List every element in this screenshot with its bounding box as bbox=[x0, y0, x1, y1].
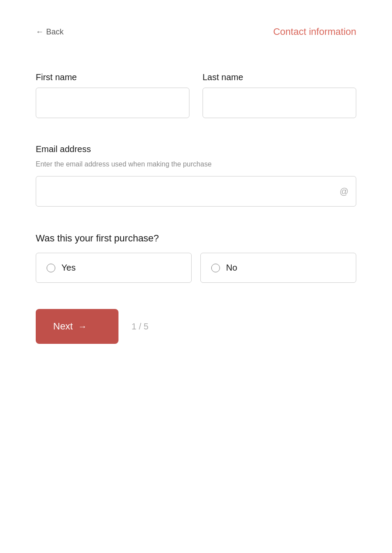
back-arrow-icon: ← bbox=[36, 27, 44, 37]
next-arrow-icon: → bbox=[78, 322, 87, 332]
last-name-label: Last name bbox=[203, 72, 356, 82]
header: ← Back Contact information bbox=[36, 26, 356, 37]
first-name-group: First name bbox=[36, 72, 189, 118]
at-sign-icon: @ bbox=[340, 187, 348, 197]
first-name-input[interactable] bbox=[36, 88, 189, 118]
page-title: Contact information bbox=[273, 26, 356, 37]
email-section: Email address Enter the email address us… bbox=[36, 144, 356, 207]
last-name-input[interactable] bbox=[203, 88, 356, 118]
page-indicator: 1 / 5 bbox=[132, 322, 149, 332]
radio-no-input[interactable] bbox=[211, 264, 220, 272]
email-group: Email address Enter the email address us… bbox=[36, 144, 356, 207]
email-field-wrapper: @ bbox=[36, 176, 356, 207]
first-purchase-section: Was this your first purchase? Yes No bbox=[36, 233, 356, 283]
last-name-group: Last name bbox=[203, 72, 356, 118]
email-description: Enter the email address used when making… bbox=[36, 159, 356, 169]
first-name-label: First name bbox=[36, 72, 189, 82]
next-label: Next bbox=[53, 321, 73, 332]
back-link[interactable]: ← Back bbox=[36, 27, 64, 37]
email-input[interactable] bbox=[36, 176, 356, 207]
radio-yes-option[interactable]: Yes bbox=[36, 253, 192, 283]
radio-no-option[interactable]: No bbox=[200, 253, 356, 283]
radio-yes-input[interactable] bbox=[47, 264, 55, 272]
email-label: Email address bbox=[36, 144, 356, 154]
back-label: Back bbox=[46, 27, 64, 37]
radio-yes-label: Yes bbox=[61, 263, 76, 273]
first-purchase-label: Was this your first purchase? bbox=[36, 233, 356, 244]
next-button[interactable]: Next → bbox=[36, 309, 118, 344]
name-row: First name Last name bbox=[36, 72, 356, 118]
radio-row: Yes No bbox=[36, 253, 356, 283]
page-container: ← Back Contact information First name La… bbox=[0, 0, 392, 553]
footer: Next → 1 / 5 bbox=[36, 309, 356, 344]
radio-no-label: No bbox=[226, 263, 237, 273]
